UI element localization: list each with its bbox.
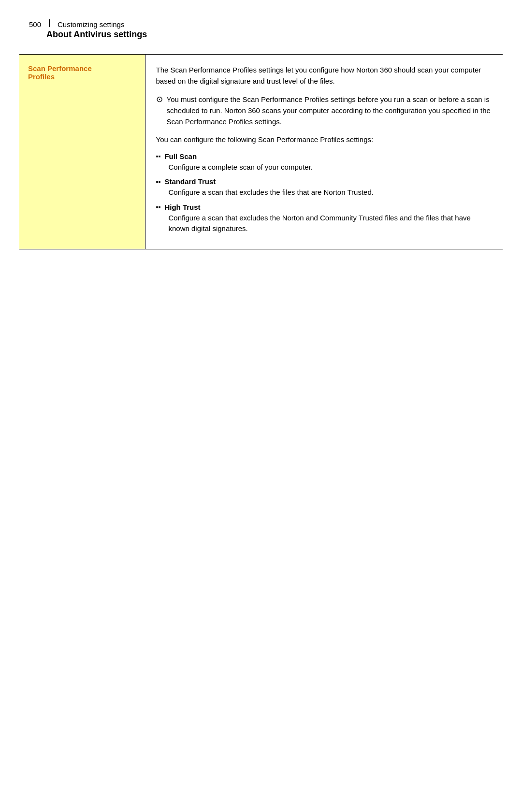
note-text: You must configure the Scan Performance …	[167, 94, 493, 128]
list-intro: You can configure the following Scan Per…	[156, 134, 493, 145]
note-icon: ⊙	[156, 94, 163, 104]
list-item: ▪▪ Full Scan Configure a complete scan o…	[156, 152, 493, 173]
left-column: Scan Performance Profiles	[19, 55, 145, 249]
note-block: ⊙ You must configure the Scan Performanc…	[156, 94, 493, 128]
list-item-desc-standard-trust: Configure a scan that excludes the files…	[169, 187, 493, 198]
bullet-icon: ▪▪	[156, 178, 161, 186]
content-table: Scan Performance Profiles The Scan Perfo…	[19, 54, 503, 249]
header-divider	[49, 19, 50, 27]
left-col-title: Scan Performance Profiles	[28, 64, 136, 81]
breadcrumb-title: Customizing settings	[58, 20, 124, 29]
page-container: 500 Customizing settings About Antivirus…	[0, 0, 522, 812]
list-item-header: ▪▪ Standard Trust	[156, 177, 493, 186]
page-header: 500 Customizing settings About Antivirus…	[19, 19, 503, 40]
list-section: You can configure the following Scan Per…	[156, 134, 493, 234]
list-item-desc-full-scan: Configure a complete scan of your comput…	[169, 162, 493, 173]
list-item-title-full-scan: Full Scan	[164, 152, 197, 160]
list-item-title-standard-trust: Standard Trust	[164, 177, 216, 186]
list-item: ▪▪ Standard Trust Configure a scan that …	[156, 177, 493, 198]
breadcrumb-subtitle: About Antivirus settings	[46, 29, 503, 40]
list-item-desc-high-trust: Configure a scan that excludes the Norto…	[169, 213, 493, 234]
page-number: 500	[29, 20, 41, 29]
right-column: The Scan Performance Profiles settings l…	[145, 55, 503, 249]
list-item-header: ▪▪ High Trust	[156, 203, 493, 211]
list-item: ▪▪ High Trust Configure a scan that excl…	[156, 203, 493, 234]
list-item-title-high-trust: High Trust	[164, 203, 200, 211]
list-item-header: ▪▪ Full Scan	[156, 152, 493, 160]
bullet-icon: ▪▪	[156, 152, 161, 160]
description-para1: The Scan Performance Profiles settings l…	[156, 64, 493, 87]
bullet-icon: ▪▪	[156, 203, 161, 211]
